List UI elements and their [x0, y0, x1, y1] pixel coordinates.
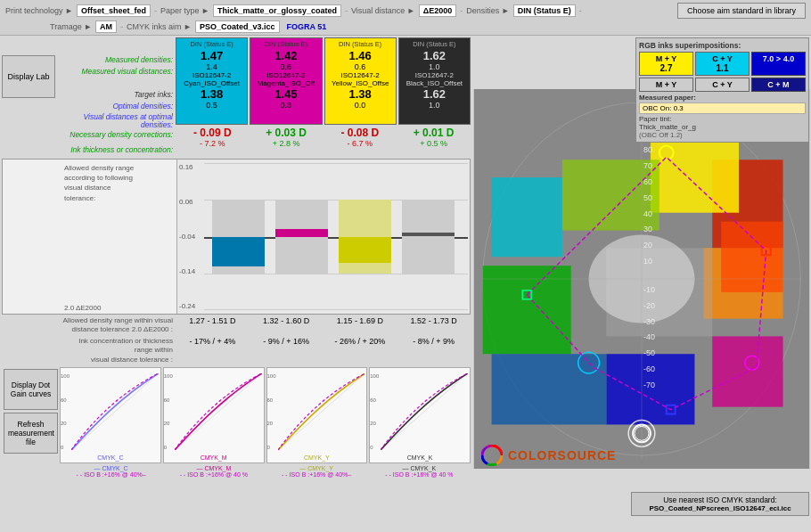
yellow-optimal-density: 1.38: [327, 87, 394, 101]
svg-text:-50: -50: [643, 348, 655, 357]
svg-rect-15: [492, 354, 607, 424]
cyan-density-correction: - 0.09 D: [176, 127, 250, 139]
yellow-ink-range: - 26% / + 20%: [324, 337, 397, 364]
black-vd-optimal: 1.0: [401, 101, 468, 110]
colorsource-logo-area: COLORSOURCE: [481, 445, 616, 466]
svg-line-3: [381, 373, 468, 450]
black-density-range: 1.52 - 1.73 D: [397, 316, 471, 335]
paper-tint-label: Paper tint:: [639, 115, 806, 123]
visual-dist-value: ΔE2000: [419, 4, 457, 17]
rgb-superimpositions-panel: RGB inks superimpositions: M + Y2.7 C + …: [635, 37, 809, 143]
svg-text:70: 70: [643, 161, 652, 170]
cyan-curve-graph: CMYK_C 100 60 20 0: [60, 367, 161, 463]
black-target: Black_ISO_Offset: [401, 79, 468, 87]
y-tick-neg004: -0.04: [179, 233, 202, 241]
magenta-target: Magenta_ISO_Off: [252, 79, 319, 87]
magenta-iso: ISO12647-2: [252, 71, 319, 79]
ink-range-label: Ink concentration or thickness range wit…: [60, 337, 176, 364]
tramage-label: Tramage ►: [50, 22, 92, 31]
svg-text:30: 30: [643, 225, 652, 233]
row-label-vd-optimal: Visual distances at optimal densities:: [60, 113, 176, 125]
display-lab-button[interactable]: Display Lab: [2, 55, 55, 98]
colorsource-text: COLORSOURCE: [508, 448, 616, 462]
svg-text:20: 20: [643, 241, 652, 250]
svg-line-2: [278, 373, 365, 450]
magenta-density-range: 1.32 - 1.60 D: [250, 316, 324, 335]
rgb-cell-cy-top: C + Y1.1: [695, 52, 750, 76]
magenta-measured-density: 1.42: [252, 49, 319, 62]
svg-text:80: 80: [643, 145, 652, 154]
display-dot-gain-button[interactable]: Display Dot Gain curves: [4, 369, 58, 410]
yellow-header: DIN (Status E): [327, 40, 394, 48]
black-measured-density: 1.62: [401, 49, 468, 62]
cyan-ink-block: DIN (Status E) 1.47 1.4 ISO12647-2 Cyan_…: [176, 37, 248, 125]
svg-text:40: 40: [643, 209, 652, 218]
cyan-target: Cyan_ISO_Offset: [178, 79, 245, 87]
yellow-target: Yellow_ISO_Offse: [327, 79, 394, 87]
y-tick-006: 0.06: [179, 198, 202, 206]
fogra-label: FOGRA 51: [287, 22, 327, 31]
svg-line-1: [175, 373, 262, 450]
print-tech-value: Offset_sheet_fed: [77, 4, 151, 17]
black-ink-block: DIN (Status E) 1.62 1.0 ISO12647-2 Black…: [398, 37, 471, 125]
black-measured-vd: 1.0: [401, 62, 468, 71]
magenta-curve-label: CMYK_M: [201, 454, 227, 461]
rgb-cell-cy-bot: C + Y: [695, 78, 750, 92]
yellow-measured-vd: 0.6: [327, 62, 394, 71]
cyan-curve-label: CMYK_C: [97, 454, 123, 461]
black-ink-range: - 8% / + 9%: [397, 337, 471, 364]
magenta-ink-block: DIN (Status E) 1.42 0.6 ISO12647-2 Magen…: [250, 37, 322, 125]
svg-rect-14: [721, 222, 782, 292]
cyan-thickness-correction: - 7.2 %: [176, 139, 250, 148]
rgb-cell-my-top: M + Y2.7: [639, 52, 693, 76]
yellow-thickness-correction: - 6.7 %: [324, 139, 397, 148]
svg-text:-10: -10: [643, 285, 655, 294]
magenta-density-bar: [275, 229, 328, 236]
bar-chart-tolerance: 2.0 ΔE2000: [64, 304, 175, 312]
magenta-curve-graph: CMYK_M 100 60 20 0: [163, 367, 265, 463]
refresh-measurement-button[interactable]: Refresh measurement file: [4, 413, 58, 454]
cmyk-aim-label: CMYK inks aim ►: [127, 22, 192, 31]
magenta-measured-vd: 0.6: [252, 62, 319, 71]
choose-aim-button[interactable]: Choose aim standard in library: [677, 3, 806, 19]
magenta-vd-optimal: 0.3: [252, 101, 319, 110]
bar-chart-label: Allowed density rangeaccording to follow…: [64, 163, 175, 203]
row-label-blank: [60, 78, 176, 90]
black-range-bar: [402, 200, 455, 274]
visual-dist-label: Visual distance ►: [351, 6, 415, 15]
magenta-density-correction: + 0.03 D: [250, 127, 324, 139]
measured-paper-label: Measured paper:: [639, 94, 806, 102]
yellow-curve-graph: CMYK_Y 100 60 20 0: [266, 367, 368, 463]
magenta-optimal-density: 1.45: [252, 87, 319, 101]
iso-recommend-value: PSO_Coated_NPscreen_ISO12647_eci.icc: [637, 504, 803, 512]
y-tick-neg014: -0.14: [179, 267, 202, 275]
svg-line-0: [71, 373, 159, 450]
black-optimal-density: 1.62: [401, 87, 468, 101]
yellow-vd-optimal: 0.0: [327, 101, 394, 110]
iso-recommendation-panel: Use nearest ISO CMYK standard: PSO_Coate…: [631, 492, 809, 516]
cyan-header: DIN (Status E): [178, 40, 245, 48]
svg-rect-10: [492, 177, 562, 257]
paper-tint-value: Thick_matte_or_g: [639, 123, 806, 131]
rgb-cell-my-bot: M + Y: [639, 78, 693, 92]
rgb-title: RGB inks superimpositions:: [639, 41, 806, 50]
row-label-target: Target inks:: [60, 90, 176, 102]
svg-text:60: 60: [643, 177, 652, 186]
cmyk-aim-value: PSO_Coated_v3.icc: [195, 20, 280, 33]
paper-type-label: Paper type ►: [160, 6, 209, 15]
black-thickness-correction: + 0.5 %: [397, 139, 471, 148]
svg-text:-70: -70: [643, 381, 655, 389]
obc-off-value: (OBC Off 1.2): [639, 131, 806, 139]
cyan-vd-optimal: 0.5: [178, 101, 245, 110]
colorsource-icon: [481, 445, 503, 466]
densities-label: Densities ►: [466, 6, 509, 15]
svg-text:-20: -20: [643, 301, 655, 310]
rgb-cell-cm: C + M: [751, 78, 806, 92]
yellow-density-correction: - 0.08 D: [324, 127, 397, 139]
svg-text:-40: -40: [643, 332, 655, 341]
row-label-measured-vd: Measured visual distances:: [60, 67, 176, 78]
svg-text:10: 10: [643, 257, 652, 266]
black-iso: ISO12647-2: [401, 71, 468, 79]
densities-value: DIN (Status E): [513, 4, 576, 17]
black-density-correction: + 0.01 D: [397, 127, 471, 139]
